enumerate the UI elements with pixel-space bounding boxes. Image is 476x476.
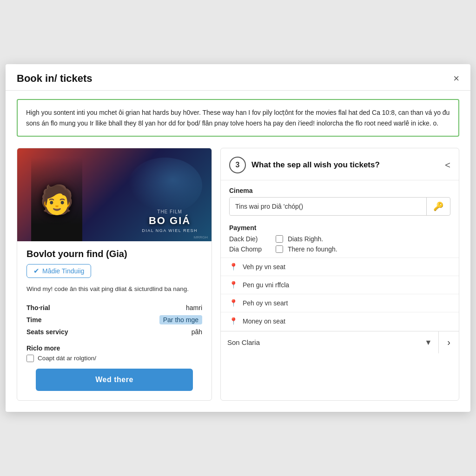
step-header: 3 What the sep all wish you tickets? < [221, 148, 459, 180]
payment-checkbox-label-1: Diats Righh. [288, 235, 323, 243]
info-text: High you sontent inti you mchet ôi grian… [26, 109, 450, 126]
cinema-label: Cinema [221, 180, 459, 197]
modal-header: Book in/ tickets × [6, 64, 470, 91]
payment-options: Dack Die) Diats Righh. Dia Chomp There n… [221, 235, 459, 258]
info-value-highlight: Par tho mge [123, 314, 202, 326]
description-text: Wind my! code ân this vait ping dliat & … [26, 284, 202, 294]
payment-row-1: Dack Die) Diats Righh. [229, 235, 450, 243]
table-row: Time Par tho mge [26, 314, 202, 326]
booking-modal: Book in/ tickets × High you sontent inti… [6, 64, 470, 411]
movie-poster: 🧑 THE FILM BO GIÁ DIAL NGA WIEL RESH MRR… [17, 148, 212, 241]
checkbox-row[interactable]: Coapt dát ar rolgtion/ [26, 355, 202, 362]
step-number: 3 [229, 157, 246, 173]
info-label: Seats servicy [26, 326, 123, 338]
content-row: 🧑 THE FILM BO GIÁ DIAL NGA WIEL RESH MRR… [6, 141, 470, 411]
seat-option-row-4[interactable]: 📍 Money on seat [221, 312, 459, 330]
left-panel: 🧑 THE FILM BO GIÁ DIAL NGA WIEL RESH MRR… [17, 148, 212, 400]
seat-option-row-1[interactable]: 📍 Veh py vn seat [221, 258, 459, 276]
seat-option-row-2[interactable]: 📍 Pen gu vni rffcla [221, 276, 459, 294]
payment-checkbox-label-2: There no foungh. [288, 245, 337, 253]
step-left: 3 What the sep all wish you tickets? [229, 157, 380, 173]
poster-text: THE FILM BO GIÁ DIAL NGA WIEL RESH [142, 209, 198, 233]
cinema-search-button[interactable]: 🔑 [426, 198, 450, 215]
table-row: Seats servicy pâh [26, 326, 202, 338]
payment-checkbox-2[interactable] [276, 245, 283, 253]
bottom-row: Son Claria ▼ › [221, 331, 459, 353]
payment-row-2: Dia Chomp There no foungh. [229, 245, 450, 253]
cinema-input-row: 🔑 [229, 197, 450, 216]
check-circle-icon: ✔ [33, 267, 40, 275]
poster-figure: 🧑 [31, 158, 82, 241]
next-button[interactable]: › [438, 331, 459, 353]
info-value: pâh [123, 326, 202, 338]
cinema-input[interactable] [230, 198, 426, 215]
poster-brand: MRRGH [194, 235, 208, 239]
smoke-decoration [128, 158, 202, 213]
riclo-section: Riclo more Coapt dát ar rolgtion/ [26, 344, 202, 362]
seat-option-row-3[interactable]: 📍 Peh oy vn seart [221, 294, 459, 312]
poster-label: THE FILM [142, 209, 198, 214]
badge-row: ✔ Mâdie Tinduiig [26, 264, 202, 278]
payment-name-2: Dia Chomp [229, 245, 271, 253]
pin-icon-3: 📍 [229, 299, 238, 307]
pin-icon-2: 📍 [229, 281, 238, 289]
dropdown-arrow-icon: ▼ [418, 338, 438, 347]
info-value: hamri [123, 302, 202, 314]
info-box: High you sontent inti you mchet ôi grian… [17, 99, 459, 137]
payment-label: Payment [221, 222, 459, 235]
dropdown-select[interactable]: Son Claria [221, 332, 418, 353]
pin-icon-1: 📍 [229, 263, 238, 271]
badge-label: Mâdie Tinduiig [42, 267, 84, 275]
info-label: Tho·rial [26, 302, 123, 314]
wed-there-button[interactable]: Wed there [36, 369, 193, 391]
poster-subtitle: DIAL NGA WIEL RESH [142, 228, 198, 233]
left-inner: Bovlot yourn find (Gia) ✔ Mâdie Tinduiig… [17, 241, 212, 390]
seat-option-label-3: Peh oy vn seart [243, 299, 288, 307]
modal-title: Book in/ tickets [17, 73, 93, 85]
step-title: What the sep all wish you tickets? [251, 160, 380, 170]
info-label: Time [26, 314, 123, 326]
person-icon: 🧑 [40, 183, 74, 216]
right-panel: 3 What the sep all wish you tickets? < C… [220, 148, 459, 400]
close-button[interactable]: × [453, 73, 459, 84]
payment-name-1: Dack Die) [229, 235, 271, 243]
poster-title: BO GIÁ [142, 215, 198, 226]
seat-option-label-1: Veh py vn seat [243, 263, 285, 271]
table-row: Tho·rial hamri [26, 302, 202, 314]
back-button[interactable]: < [445, 160, 450, 171]
payment-checkbox-1[interactable] [276, 235, 283, 243]
riclo-label: Riclo more [26, 344, 202, 352]
pin-icon-4: 📍 [229, 317, 238, 325]
info-table: Tho·rial hamri Time Par tho mge Seats se… [26, 302, 202, 338]
movie-title: Bovlot yourn find (Gia) [26, 249, 202, 259]
seat-option-label-4: Money on seat [243, 317, 285, 325]
badge: ✔ Mâdie Tinduiig [26, 264, 91, 278]
seat-option-label-2: Pen gu vni rffcla [243, 281, 289, 289]
checkbox-label: Coapt dát ar rolgtion/ [38, 355, 96, 362]
rolgtion-checkbox[interactable] [26, 355, 34, 362]
